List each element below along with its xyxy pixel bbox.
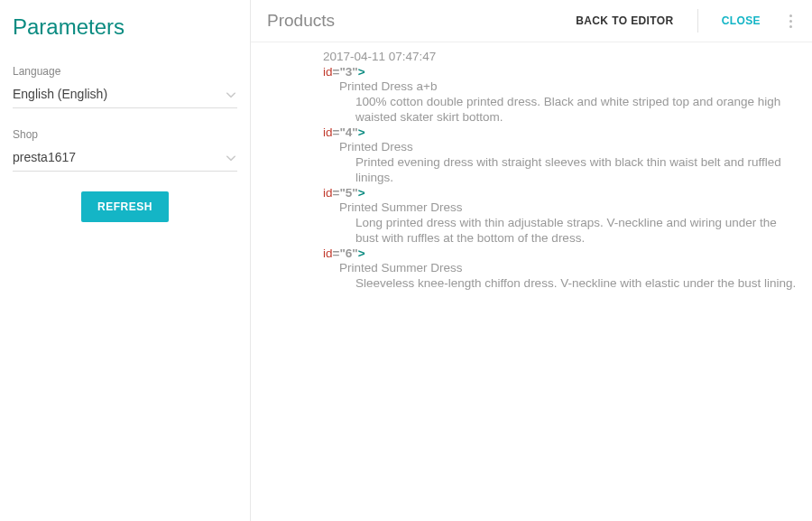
shop-label: Shop: [13, 128, 237, 141]
sidebar-title: Parameters: [13, 14, 237, 40]
divider: [697, 9, 698, 33]
back-to-editor-button[interactable]: BACK TO EDITOR: [567, 9, 683, 33]
topbar: Products BACK TO EDITOR CLOSE: [251, 0, 812, 42]
close-button[interactable]: CLOSE: [713, 9, 770, 33]
sidebar: Parameters Language English (English) Sh…: [0, 0, 251, 521]
xml-preview: 2017-04-11 07:47:47 </span> <span class=…: [251, 42, 812, 521]
page-title: Products: [267, 11, 567, 31]
shop-value: presta1617: [13, 150, 76, 164]
refresh-button[interactable]: REFRESH: [81, 191, 169, 222]
language-label: Language: [13, 65, 237, 78]
shop-select[interactable]: presta1617: [13, 146, 237, 172]
more-icon[interactable]: [786, 11, 796, 32]
chevron-down-icon: [226, 155, 235, 161]
main: Products BACK TO EDITOR CLOSE 2017-04-11…: [251, 0, 812, 521]
language-select[interactable]: English (English): [13, 83, 237, 108]
language-value: English (English): [13, 87, 107, 101]
chevron-down-icon: [226, 92, 235, 98]
